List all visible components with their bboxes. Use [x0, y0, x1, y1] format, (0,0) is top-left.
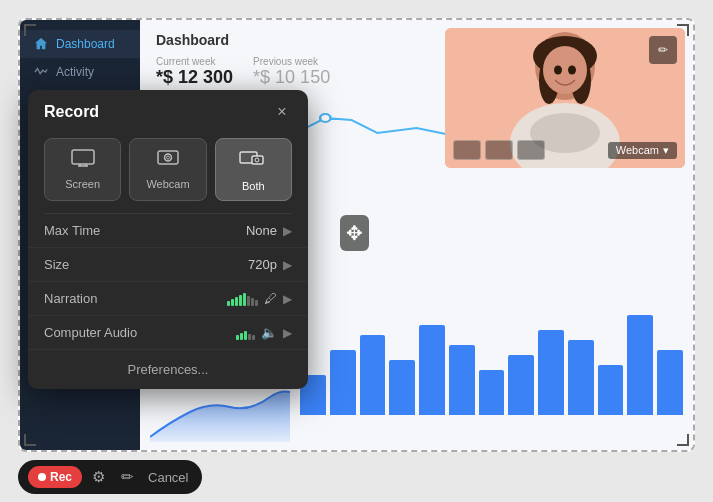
- audio-volume-bar: [236, 326, 255, 340]
- record-types-row: Screen Webcam Both: [28, 130, 308, 213]
- webcam-preview: ✏ Webcam ▾: [445, 28, 685, 168]
- previous-week-value: *$ 10 150: [253, 67, 330, 88]
- rec-label: Rec: [50, 470, 72, 484]
- mic-icon: 🖊: [264, 291, 277, 306]
- bar-2: [330, 350, 356, 415]
- size-arrow[interactable]: ▶: [283, 258, 292, 272]
- webcam-ctrl-pip[interactable]: [485, 140, 513, 160]
- sidebar-item-activity[interactable]: Activity: [20, 58, 140, 86]
- svg-rect-22: [158, 151, 178, 164]
- avol-seg-3: [244, 331, 247, 340]
- svg-point-7: [320, 114, 330, 122]
- bar-5: [419, 325, 445, 415]
- max-time-label: Max Time: [44, 223, 246, 238]
- svg-rect-18: [72, 150, 94, 164]
- vol-seg-8: [255, 300, 258, 306]
- webcam-ctrl-full[interactable]: [517, 140, 545, 160]
- home-icon: [34, 37, 48, 51]
- sidebar-label-dashboard: Dashboard: [56, 37, 115, 51]
- webcam-ctrl-screen[interactable]: [453, 140, 481, 160]
- vol-seg-4: [239, 295, 242, 306]
- bar-11: [598, 365, 624, 415]
- current-week-label: Current week: [156, 56, 233, 67]
- svg-point-15: [568, 66, 576, 75]
- previous-week-stat: Previous week *$ 10 150: [253, 56, 330, 88]
- resize-handle-tl[interactable]: [24, 24, 36, 36]
- avol-seg-4: [248, 334, 251, 340]
- rec-button[interactable]: Rec: [28, 466, 82, 488]
- resize-handle-bl[interactable]: [24, 434, 36, 446]
- vol-seg-2: [231, 299, 234, 306]
- bar-10: [568, 340, 594, 415]
- size-row: Size 720p ▶: [28, 248, 308, 282]
- record-type-screen[interactable]: Screen: [44, 138, 121, 201]
- avol-seg-5: [252, 335, 255, 340]
- screen-type-label: Screen: [65, 178, 100, 190]
- vol-seg-6: [247, 296, 250, 306]
- webcam-edit-button[interactable]: ✏: [649, 36, 677, 64]
- current-week-value: *$ 12 300: [156, 67, 233, 88]
- narration-row: Narration 🖊 ▶: [28, 282, 308, 316]
- size-label: Size: [44, 257, 248, 272]
- svg-point-13: [543, 46, 587, 94]
- both-icon: [239, 149, 267, 174]
- svg-point-14: [554, 66, 562, 75]
- screen-icon: [71, 149, 95, 172]
- bar-13: [657, 350, 683, 415]
- bar-9: [538, 330, 564, 415]
- bar-3: [360, 335, 386, 415]
- avol-seg-2: [240, 333, 243, 340]
- bottom-bar: Rec ⚙ ✏ Cancel: [18, 460, 202, 494]
- move-handle[interactable]: ✥: [340, 215, 369, 251]
- bar-12: [627, 315, 653, 415]
- both-type-label: Both: [242, 180, 265, 192]
- bar-chart: [300, 315, 683, 415]
- avol-seg-1: [236, 335, 239, 340]
- sidebar-label-activity: Activity: [56, 65, 94, 79]
- vol-seg-1: [227, 301, 230, 306]
- activity-icon: [34, 65, 48, 79]
- svg-rect-26: [252, 156, 263, 164]
- resize-handle-tr[interactable]: [677, 24, 689, 36]
- computer-audio-row: Computer Audio 🔈 ▶: [28, 316, 308, 350]
- narration-volume-bar: [227, 292, 258, 306]
- max-time-value: None: [246, 223, 277, 238]
- computer-audio-label: Computer Audio: [44, 325, 236, 340]
- modal-title: Record: [44, 103, 99, 121]
- max-time-arrow[interactable]: ▶: [283, 224, 292, 238]
- settings-icon-btn[interactable]: ⚙: [86, 466, 111, 488]
- bar-8: [508, 355, 534, 415]
- webcam-type-label-modal: Webcam: [146, 178, 189, 190]
- audio-arrow[interactable]: ▶: [283, 326, 292, 340]
- max-time-row: Max Time None ▶: [28, 214, 308, 248]
- cancel-button[interactable]: Cancel: [144, 468, 192, 487]
- bar-7: [479, 370, 505, 415]
- bar-6: [449, 345, 475, 415]
- record-modal: Record × Screen We: [28, 90, 308, 389]
- webcam-label-text: Webcam: [616, 144, 659, 156]
- sidebar-item-dashboard[interactable]: Dashboard: [20, 30, 140, 58]
- vol-seg-7: [251, 298, 254, 306]
- record-type-webcam[interactable]: Webcam: [129, 138, 206, 201]
- record-type-both[interactable]: Both: [215, 138, 292, 201]
- modal-close-button[interactable]: ×: [272, 102, 292, 122]
- vol-seg-3: [235, 297, 238, 306]
- svg-point-24: [166, 156, 169, 159]
- previous-week-label: Previous week: [253, 56, 330, 67]
- webcam-type-label[interactable]: Webcam ▾: [608, 142, 677, 159]
- current-week-stat: Current week *$ 12 300: [156, 56, 233, 88]
- narration-arrow[interactable]: ▶: [283, 292, 292, 306]
- edit-icon-btn[interactable]: ✏: [115, 466, 140, 488]
- preferences-button[interactable]: Preferences...: [28, 350, 308, 389]
- bar-4: [389, 360, 415, 415]
- vol-seg-5: [243, 293, 246, 306]
- webcam-icon: [156, 149, 180, 172]
- webcam-dropdown-icon: ▾: [663, 144, 669, 157]
- modal-header: Record ×: [28, 90, 308, 130]
- svg-point-23: [164, 154, 171, 161]
- size-value: 720p: [248, 257, 277, 272]
- webcam-controls: Webcam ▾: [453, 140, 677, 160]
- resize-handle-br[interactable]: [677, 434, 689, 446]
- rec-dot: [38, 473, 46, 481]
- speaker-icon: 🔈: [261, 325, 277, 340]
